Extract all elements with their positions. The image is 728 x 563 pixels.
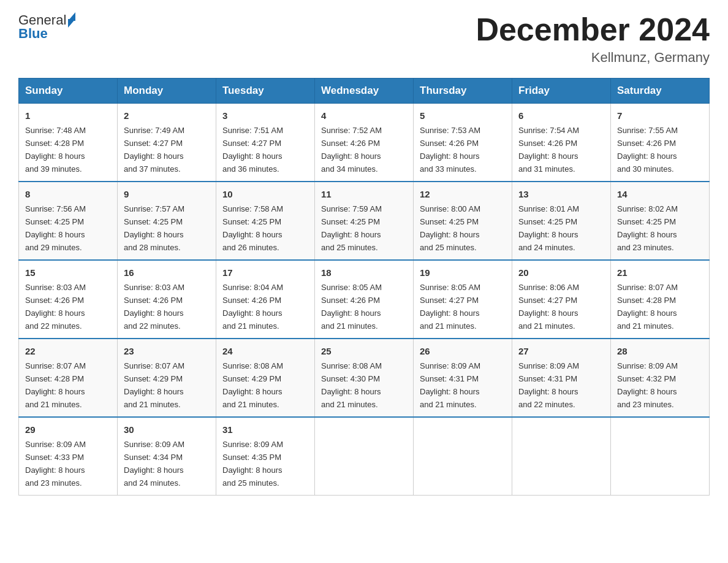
day-number: 13 xyxy=(518,187,604,201)
table-row xyxy=(315,417,414,495)
header-sunday: Sunday xyxy=(19,79,118,104)
day-number: 12 xyxy=(420,187,506,201)
day-info: Sunrise: 8:03 AMSunset: 4:26 PMDaylight:… xyxy=(25,283,86,331)
header-thursday: Thursday xyxy=(414,79,512,104)
table-row: 8 Sunrise: 7:56 AMSunset: 4:25 PMDayligh… xyxy=(19,182,118,260)
table-row: 9 Sunrise: 7:57 AMSunset: 4:25 PMDayligh… xyxy=(118,182,216,260)
day-info: Sunrise: 8:08 AMSunset: 4:30 PMDaylight:… xyxy=(321,361,382,409)
table-row: 7 Sunrise: 7:55 AMSunset: 4:26 PMDayligh… xyxy=(611,104,710,182)
day-number: 23 xyxy=(124,344,210,358)
day-number: 8 xyxy=(25,187,111,201)
day-info: Sunrise: 7:58 AMSunset: 4:25 PMDaylight:… xyxy=(222,204,283,252)
header-wednesday: Wednesday xyxy=(315,79,414,104)
table-row: 30 Sunrise: 8:09 AMSunset: 4:34 PMDaylig… xyxy=(118,417,216,495)
day-number: 30 xyxy=(124,423,210,437)
table-row: 5 Sunrise: 7:53 AMSunset: 4:26 PMDayligh… xyxy=(414,104,512,182)
calendar-week-row: 15 Sunrise: 8:03 AMSunset: 4:26 PMDaylig… xyxy=(19,260,710,339)
table-row: 22 Sunrise: 8:07 AMSunset: 4:28 PMDaylig… xyxy=(19,339,118,417)
table-row: 27 Sunrise: 8:09 AMSunset: 4:31 PMDaylig… xyxy=(512,339,611,417)
day-number: 7 xyxy=(617,109,703,123)
table-row: 21 Sunrise: 8:07 AMSunset: 4:28 PMDaylig… xyxy=(611,260,710,339)
table-row: 26 Sunrise: 8:09 AMSunset: 4:31 PMDaylig… xyxy=(414,339,512,417)
logo: General Blue xyxy=(18,12,75,42)
day-info: Sunrise: 8:03 AMSunset: 4:26 PMDaylight:… xyxy=(124,283,184,331)
table-row: 25 Sunrise: 8:08 AMSunset: 4:30 PMDaylig… xyxy=(315,339,414,417)
day-info: Sunrise: 8:02 AMSunset: 4:25 PMDaylight:… xyxy=(617,204,678,252)
day-info: Sunrise: 8:09 AMSunset: 4:31 PMDaylight:… xyxy=(420,361,480,409)
day-number: 28 xyxy=(617,344,703,358)
day-info: Sunrise: 8:04 AMSunset: 4:26 PMDaylight:… xyxy=(222,283,283,331)
day-info: Sunrise: 8:05 AMSunset: 4:27 PMDaylight:… xyxy=(420,283,480,331)
day-info: Sunrise: 7:56 AMSunset: 4:25 PMDaylight:… xyxy=(25,204,86,252)
day-number: 27 xyxy=(518,344,604,358)
day-number: 18 xyxy=(321,266,407,280)
day-info: Sunrise: 8:07 AMSunset: 4:28 PMDaylight:… xyxy=(25,361,86,409)
weekday-header-row: Sunday Monday Tuesday Wednesday Thursday… xyxy=(19,79,710,104)
table-row: 16 Sunrise: 8:03 AMSunset: 4:26 PMDaylig… xyxy=(118,260,216,339)
table-row: 20 Sunrise: 8:06 AMSunset: 4:27 PMDaylig… xyxy=(512,260,611,339)
table-row: 11 Sunrise: 7:59 AMSunset: 4:25 PMDaylig… xyxy=(315,182,414,260)
table-row: 23 Sunrise: 8:07 AMSunset: 4:29 PMDaylig… xyxy=(118,339,216,417)
day-number: 21 xyxy=(617,266,703,280)
day-info: Sunrise: 7:54 AMSunset: 4:26 PMDaylight:… xyxy=(518,126,579,174)
calendar-week-row: 29 Sunrise: 8:09 AMSunset: 4:33 PMDaylig… xyxy=(19,417,710,495)
day-number: 25 xyxy=(321,344,407,358)
day-number: 22 xyxy=(25,344,111,358)
calendar-week-row: 1 Sunrise: 7:48 AMSunset: 4:28 PMDayligh… xyxy=(19,104,710,182)
day-number: 26 xyxy=(420,344,506,358)
table-row: 18 Sunrise: 8:05 AMSunset: 4:26 PMDaylig… xyxy=(315,260,414,339)
day-info: Sunrise: 8:09 AMSunset: 4:35 PMDaylight:… xyxy=(222,440,283,488)
table-row: 15 Sunrise: 8:03 AMSunset: 4:26 PMDaylig… xyxy=(19,260,118,339)
day-info: Sunrise: 7:51 AMSunset: 4:27 PMDaylight:… xyxy=(222,126,283,174)
day-info: Sunrise: 8:08 AMSunset: 4:29 PMDaylight:… xyxy=(222,361,283,409)
day-number: 6 xyxy=(518,109,604,123)
header-tuesday: Tuesday xyxy=(216,79,315,104)
day-info: Sunrise: 7:59 AMSunset: 4:25 PMDaylight:… xyxy=(321,204,382,252)
page-header: General Blue December 2024 Kellmunz, Ger… xyxy=(18,12,710,66)
table-row: 13 Sunrise: 8:01 AMSunset: 4:25 PMDaylig… xyxy=(512,182,611,260)
day-info: Sunrise: 7:53 AMSunset: 4:26 PMDaylight:… xyxy=(420,126,480,174)
day-number: 20 xyxy=(518,266,604,280)
day-info: Sunrise: 7:55 AMSunset: 4:26 PMDaylight:… xyxy=(617,126,678,174)
day-info: Sunrise: 8:05 AMSunset: 4:26 PMDaylight:… xyxy=(321,283,382,331)
day-number: 31 xyxy=(222,423,308,437)
day-number: 14 xyxy=(617,187,703,201)
day-number: 9 xyxy=(124,187,210,201)
table-row: 6 Sunrise: 7:54 AMSunset: 4:26 PMDayligh… xyxy=(512,104,611,182)
day-info: Sunrise: 8:07 AMSunset: 4:29 PMDaylight:… xyxy=(124,361,184,409)
day-info: Sunrise: 7:48 AMSunset: 4:28 PMDaylight:… xyxy=(25,126,86,174)
month-title: December 2024 xyxy=(476,12,710,47)
day-number: 2 xyxy=(124,109,210,123)
day-number: 3 xyxy=(222,109,308,123)
calendar-week-row: 8 Sunrise: 7:56 AMSunset: 4:25 PMDayligh… xyxy=(19,182,710,260)
table-row xyxy=(611,417,710,495)
table-row: 28 Sunrise: 8:09 AMSunset: 4:32 PMDaylig… xyxy=(611,339,710,417)
table-row: 24 Sunrise: 8:08 AMSunset: 4:29 PMDaylig… xyxy=(216,339,315,417)
day-number: 17 xyxy=(222,266,308,280)
day-number: 5 xyxy=(420,109,506,123)
day-info: Sunrise: 8:09 AMSunset: 4:33 PMDaylight:… xyxy=(25,440,86,488)
day-info: Sunrise: 7:49 AMSunset: 4:27 PMDaylight:… xyxy=(124,126,184,174)
table-row: 4 Sunrise: 7:52 AMSunset: 4:26 PMDayligh… xyxy=(315,104,414,182)
table-row: 1 Sunrise: 7:48 AMSunset: 4:28 PMDayligh… xyxy=(19,104,118,182)
calendar-table: Sunday Monday Tuesday Wednesday Thursday… xyxy=(18,78,710,496)
day-info: Sunrise: 8:09 AMSunset: 4:34 PMDaylight:… xyxy=(124,440,184,488)
day-number: 24 xyxy=(222,344,308,358)
location: Kellmunz, Germany xyxy=(476,50,710,66)
day-number: 16 xyxy=(124,266,210,280)
day-info: Sunrise: 8:06 AMSunset: 4:27 PMDaylight:… xyxy=(518,283,579,331)
day-info: Sunrise: 7:52 AMSunset: 4:26 PMDaylight:… xyxy=(321,126,382,174)
table-row: 12 Sunrise: 8:00 AMSunset: 4:25 PMDaylig… xyxy=(414,182,512,260)
header-saturday: Saturday xyxy=(611,79,710,104)
day-number: 15 xyxy=(25,266,111,280)
title-area: December 2024 Kellmunz, Germany xyxy=(476,12,710,66)
table-row: 14 Sunrise: 8:02 AMSunset: 4:25 PMDaylig… xyxy=(611,182,710,260)
day-info: Sunrise: 8:00 AMSunset: 4:25 PMDaylight:… xyxy=(420,204,480,252)
day-number: 10 xyxy=(222,187,308,201)
table-row: 17 Sunrise: 8:04 AMSunset: 4:26 PMDaylig… xyxy=(216,260,315,339)
table-row: 3 Sunrise: 7:51 AMSunset: 4:27 PMDayligh… xyxy=(216,104,315,182)
day-number: 11 xyxy=(321,187,407,201)
table-row: 2 Sunrise: 7:49 AMSunset: 4:27 PMDayligh… xyxy=(118,104,216,182)
day-number: 19 xyxy=(420,266,506,280)
table-row xyxy=(414,417,512,495)
